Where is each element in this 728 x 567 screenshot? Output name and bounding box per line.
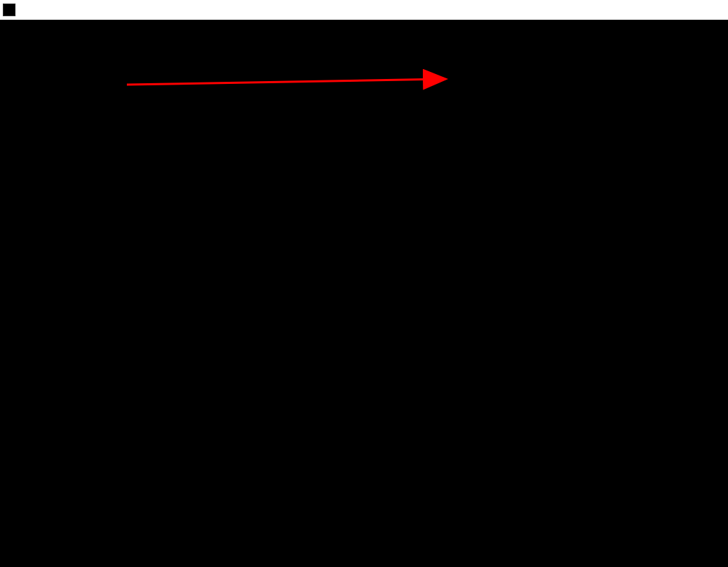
terminal-viewport[interactable] bbox=[0, 20, 728, 185]
annotation-arrow-icon bbox=[127, 69, 465, 97]
window-title-bar[interactable] bbox=[0, 0, 728, 20]
svg-line-1 bbox=[127, 79, 444, 85]
cmd-icon bbox=[3, 4, 16, 16]
